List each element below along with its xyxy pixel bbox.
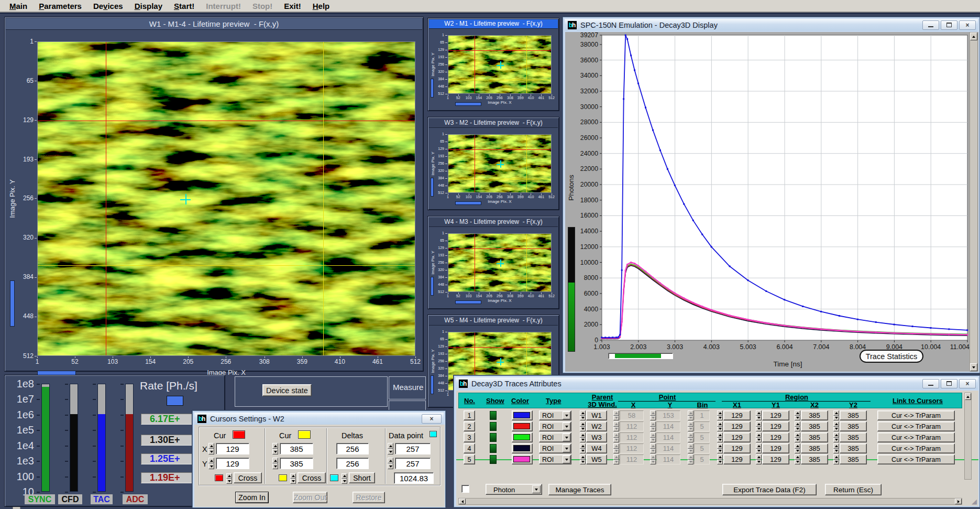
trace-point-y-value[interactable]: 114 bbox=[656, 421, 680, 431]
trace-parent-value[interactable]: W1 bbox=[586, 410, 607, 420]
image-canvas[interactable] bbox=[448, 134, 552, 193]
spin-down-icon[interactable] bbox=[717, 460, 723, 465]
delta-y-value[interactable]: 256 bbox=[336, 458, 369, 469]
trace-region-x1-value[interactable]: 129 bbox=[723, 454, 751, 464]
spin-up-icon[interactable] bbox=[795, 454, 800, 460]
spin-down-icon[interactable] bbox=[208, 449, 214, 454]
spin-up-icon[interactable] bbox=[717, 432, 723, 438]
zoom-indicator-vertical[interactable] bbox=[431, 178, 434, 197]
spin-up-icon[interactable] bbox=[833, 443, 839, 449]
spin-up-icon[interactable] bbox=[833, 432, 839, 438]
trace-point-x-spinner[interactable] bbox=[613, 410, 619, 420]
spin-down-icon[interactable] bbox=[795, 438, 800, 443]
zoom-indicator-vertical[interactable] bbox=[10, 280, 15, 327]
spin-up-icon[interactable] bbox=[226, 473, 232, 479]
minimize-button[interactable] bbox=[922, 20, 939, 30]
spin-down-icon[interactable] bbox=[290, 479, 296, 484]
spin-down-icon[interactable] bbox=[342, 479, 347, 484]
datapoint-style-select[interactable]: Short bbox=[349, 472, 375, 483]
spin-down-icon[interactable] bbox=[795, 416, 800, 421]
spin-up-icon[interactable] bbox=[833, 421, 839, 427]
spin-down-icon[interactable] bbox=[580, 460, 586, 465]
trace-region-y1-value[interactable]: 129 bbox=[762, 432, 789, 442]
menu-stop[interactable]: Stop! bbox=[247, 1, 278, 11]
menu-parameters[interactable]: Parameters bbox=[34, 1, 87, 11]
zoom-indicator-vertical[interactable] bbox=[431, 79, 434, 98]
trace-region-y1-spinner[interactable] bbox=[756, 443, 762, 453]
spin-up-icon[interactable] bbox=[650, 421, 656, 427]
trace-region-y2-spinner[interactable] bbox=[833, 410, 839, 420]
spin-down-icon[interactable] bbox=[650, 416, 656, 421]
spin-down-icon[interactable] bbox=[756, 460, 762, 465]
trace-region-x1-value[interactable]: 129 bbox=[723, 432, 751, 442]
trace-color-button[interactable] bbox=[512, 421, 533, 431]
trace-parent-value[interactable]: W2 bbox=[586, 421, 607, 431]
col-header-parent2[interactable]: 3D Wind. bbox=[588, 400, 617, 408]
scroll-left-button[interactable] bbox=[459, 499, 466, 504]
zoom-indicator-horizontal[interactable] bbox=[455, 201, 481, 205]
spin-up-icon[interactable] bbox=[688, 454, 693, 460]
spin-down-icon[interactable] bbox=[580, 416, 586, 421]
close-button[interactable]: × bbox=[959, 20, 976, 30]
spin-down-icon[interactable] bbox=[580, 438, 586, 443]
menu-help[interactable]: Help bbox=[307, 1, 335, 11]
trace-region-y1-value[interactable]: 129 bbox=[762, 454, 789, 464]
trace-point-y-value[interactable]: 114 bbox=[656, 432, 680, 442]
trace-point-x-spinner[interactable] bbox=[613, 432, 619, 442]
spin-up-icon[interactable] bbox=[208, 443, 214, 449]
col-header-no[interactable]: No. bbox=[464, 397, 475, 405]
spin-down-icon[interactable] bbox=[613, 460, 619, 465]
traces-window-titlebar[interactable]: bh Decay3D Traces Attributes × bbox=[456, 377, 978, 389]
maximize-button[interactable] bbox=[941, 379, 957, 388]
trace-bin-spinner[interactable] bbox=[688, 421, 693, 431]
trace-color-button[interactable] bbox=[512, 454, 533, 464]
spin-down-icon[interactable] bbox=[756, 438, 762, 443]
trace-region-x1-value[interactable]: 129 bbox=[723, 410, 751, 420]
trace-bin-spinner[interactable] bbox=[688, 432, 693, 442]
menu-main[interactable]: Main bbox=[4, 1, 32, 11]
spin-up-icon[interactable] bbox=[756, 443, 762, 449]
trace-bin-value[interactable]: 5 bbox=[694, 443, 710, 453]
spin-up-icon[interactable] bbox=[756, 432, 762, 438]
decay-window-titlebar[interactable]: bh SPC-150N Emulation - Decay3D Display … bbox=[565, 19, 978, 31]
spin-down-icon[interactable] bbox=[688, 460, 693, 465]
menu-display[interactable]: Display bbox=[129, 1, 168, 11]
spin-up-icon[interactable] bbox=[613, 443, 619, 449]
col-header-y1[interactable]: Y1 bbox=[772, 401, 780, 409]
datapoint-y-spinner[interactable] bbox=[388, 458, 393, 469]
trace-parent-value[interactable]: W5 bbox=[586, 454, 607, 464]
dropdown-arrow-icon[interactable] bbox=[563, 456, 570, 463]
minimize-button[interactable] bbox=[922, 379, 939, 388]
trace-region-y1-spinner[interactable] bbox=[756, 421, 762, 431]
trace-parent-spinner[interactable] bbox=[580, 443, 586, 453]
dialog-titlebar[interactable]: bh Cursors Settings - W2 × bbox=[194, 413, 444, 425]
trace-bin-value[interactable]: 5 bbox=[694, 421, 710, 431]
datapoint-photon-value[interactable]: 1024.83 bbox=[394, 472, 434, 484]
zoom-in-button[interactable]: Zoom In bbox=[235, 492, 269, 503]
spin-up-icon[interactable] bbox=[756, 410, 762, 416]
decay-plot[interactable]: 1.0032.0033.0034.0035.0036.0047.0048.004… bbox=[565, 32, 978, 372]
spin-down-icon[interactable] bbox=[613, 449, 619, 454]
trace-point-y-spinner[interactable] bbox=[650, 432, 656, 442]
return-button[interactable]: Return (Esc) bbox=[825, 484, 882, 495]
spin-down-icon[interactable] bbox=[688, 449, 693, 454]
spin-down-icon[interactable] bbox=[717, 427, 723, 432]
trace-region-y2-spinner[interactable] bbox=[833, 432, 839, 442]
trace-point-x-spinner[interactable] bbox=[613, 421, 619, 431]
zoom-indicator-vertical[interactable] bbox=[431, 277, 434, 296]
spin-down-icon[interactable] bbox=[688, 416, 693, 421]
cursor2-style-select[interactable]: Cross bbox=[298, 472, 326, 483]
scroll-right-button[interactable] bbox=[955, 499, 962, 504]
col-header-point[interactable]: Point bbox=[659, 393, 676, 401]
col-header-x1[interactable]: X1 bbox=[733, 401, 741, 409]
image-canvas[interactable] bbox=[448, 233, 552, 292]
spin-up-icon[interactable] bbox=[717, 454, 723, 460]
trace-statistics-button[interactable]: Trace Statistics bbox=[860, 350, 923, 363]
spin-up-icon[interactable] bbox=[717, 421, 723, 427]
restore-button[interactable]: Restore bbox=[353, 492, 385, 503]
spin-up-icon[interactable] bbox=[613, 410, 619, 416]
col-header-bin[interactable]: Bin bbox=[697, 401, 708, 409]
trace-parent-spinner[interactable] bbox=[580, 421, 586, 431]
spin-down-icon[interactable] bbox=[580, 449, 586, 454]
spin-up-icon[interactable] bbox=[795, 421, 800, 427]
